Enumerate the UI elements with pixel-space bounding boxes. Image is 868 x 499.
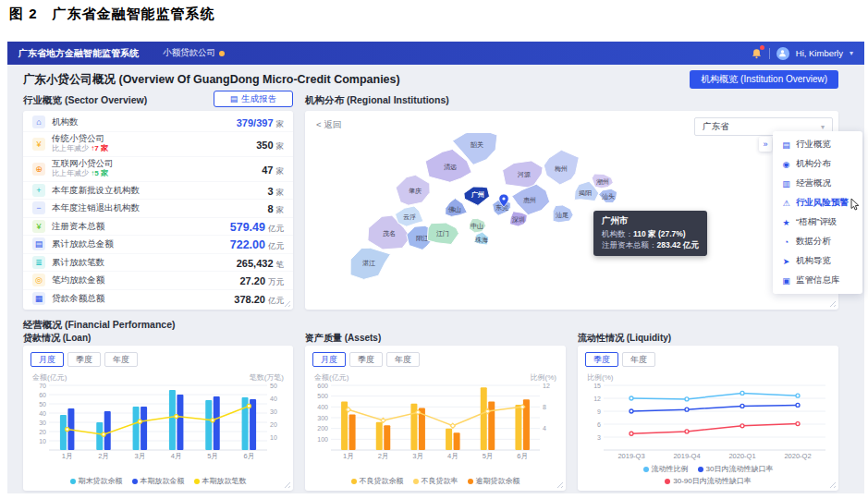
metric-value: 265,432笔: [237, 254, 284, 271]
flyout-menu-item[interactable]: ▥经营概况: [773, 174, 862, 193]
metric-note: 比上年减少 ↑7 家: [52, 145, 256, 153]
map-region-label: 深圳: [512, 216, 525, 224]
chevron-down-icon[interactable]: ▾: [850, 49, 853, 57]
svg-text:6月: 6月: [243, 452, 254, 460]
flyout-collapse-toggle[interactable]: »: [759, 137, 772, 152]
chart-tab[interactable]: 季度: [585, 352, 618, 367]
tooltip-line: 注册资本总额：283.42 亿元: [602, 240, 699, 251]
chart-tab[interactable]: 季度: [349, 352, 383, 367]
generate-report-button[interactable]: ▤ 生成报告: [214, 91, 293, 107]
map-region-label: 潮州: [596, 178, 609, 186]
metric-label: 累计放款总金额: [52, 239, 230, 249]
back-link[interactable]: < 返回: [316, 119, 341, 131]
metric-note: 比上年减少 ↑5 家: [52, 170, 262, 178]
svg-text:3月: 3月: [134, 452, 145, 460]
legend-item: 不良贷款余额: [351, 476, 404, 486]
metric-value: 579.49亿元: [230, 218, 284, 235]
metric-label: 互联网小贷公司: [52, 159, 262, 168]
legend-item: 30日内流动性缺口率: [698, 464, 774, 474]
menu-item-icon: ➤: [781, 257, 791, 266]
sector-metric-row: ≣累计放款笔数265,432笔: [23, 253, 293, 272]
svg-text:40: 40: [270, 396, 277, 402]
metric-label: 累计放款笔数: [52, 258, 237, 267]
svg-text:1月: 1月: [62, 452, 73, 460]
pin-icon: [219, 51, 225, 56]
menu-item-icon: ▤: [781, 140, 791, 150]
flyout-menu-item[interactable]: ➤机构导览: [773, 251, 862, 271]
top-navbar: 广东省地方金融智能监管系统 小额贷款公司 Hi, Kimberly ▾: [7, 42, 864, 65]
svg-text:200: 200: [317, 425, 328, 432]
metric-value: 378.20亿元: [234, 290, 284, 307]
svg-text:5月: 5月: [483, 452, 494, 460]
svg-text:300: 300: [317, 415, 328, 421]
map-region-label: 江门: [436, 230, 449, 237]
sector-metric-row: ¥传统小贷公司比上年减少 ↑7 家350家: [23, 131, 293, 156]
province-select-value: 广东省: [703, 121, 729, 133]
sector-metric-row: ◎笔均放款金额27.20万元: [23, 271, 293, 289]
svg-text:6: 6: [597, 421, 601, 428]
avatar[interactable]: [776, 47, 789, 60]
username[interactable]: Hi, Kimberly: [796, 48, 843, 58]
sector-overview-label: 行业概览 (Sector Overview): [23, 94, 147, 107]
sector-metric-row: ⌂机构数379/397家: [23, 113, 293, 131]
svg-text:30: 30: [39, 420, 46, 426]
svg-text:9: 9: [597, 408, 601, 415]
chart-tab[interactable]: 年度: [104, 352, 138, 367]
legend-item: 不良贷款率: [413, 476, 458, 486]
dashboard: 广东省地方金融智能监管系统 小额贷款公司 Hi, Kimberly ▾ 广东小贷…: [7, 42, 864, 493]
chart-tab[interactable]: 月度: [312, 352, 346, 367]
metric-label: 注册资本总额: [52, 222, 230, 231]
map-region-label: 韶关: [470, 140, 483, 149]
menu-item-label: 经营概况: [796, 177, 831, 189]
divider: [769, 48, 770, 59]
menu-item-icon: ◉: [781, 160, 791, 169]
document-icon: ▤: [230, 94, 238, 103]
loan-chart: 1020304050607010203040501月2月3月4月5月6月: [27, 382, 289, 461]
nav-tab-microcredit[interactable]: 小额贷款公司: [163, 47, 225, 59]
svg-text:2月: 2月: [378, 452, 389, 460]
assets-chart: 10020030040050060048121月2月3月4月5月6月: [309, 382, 562, 461]
chart-tab[interactable]: 年度: [622, 352, 655, 367]
tooltip-city: 广州市: [602, 215, 699, 227]
metric-icon: ¥: [32, 138, 45, 151]
svg-text:20: 20: [270, 421, 277, 428]
legend-dot-icon: [643, 467, 649, 472]
svg-text:12: 12: [543, 383, 550, 389]
financial-performance-label: 经营概况 (Financial Performance): [23, 319, 176, 332]
flyout-menu-item[interactable]: ⚠行业风险预警: [773, 193, 862, 213]
metric-icon: ≣: [32, 256, 45, 269]
map-region-label: 茂名: [383, 230, 396, 237]
flyout-menu: ▤行业概览◉机构分布▥经营概况⚠行业风险预警★“梧桐”评级◔数据分析➤机构导览▣…: [773, 131, 862, 294]
flyout-menu-item[interactable]: ▤行业概览: [773, 135, 862, 154]
svg-text:2020-Q1: 2020-Q1: [728, 452, 755, 460]
loan-chart-card: 月度季度年度 金额(亿元) 笔数(万笔) 1020304050607010203…: [23, 346, 293, 491]
map-region-label: 惠州: [523, 197, 536, 203]
metric-value: 47家: [262, 161, 284, 177]
legend-item: 本期放款金额: [132, 476, 185, 486]
chart-tab[interactable]: 年度: [386, 352, 420, 367]
chart-tab[interactable]: 月度: [31, 352, 64, 367]
menu-item-label: 机构分布: [796, 158, 831, 170]
svg-text:2020-Q2: 2020-Q2: [784, 452, 811, 460]
navbar-right: Hi, Kimberly ▾: [751, 47, 853, 60]
menu-item-icon: ◔: [781, 237, 791, 247]
institution-overview-button[interactable]: 机构概览 (Institution Overview): [690, 70, 838, 89]
metric-icon: ◎: [32, 274, 45, 286]
flyout-menu-item[interactable]: ◉机构分布: [773, 154, 862, 174]
flyout-menu-item[interactable]: ★“梧桐”评级: [773, 213, 862, 232]
svg-text:4月: 4月: [447, 452, 458, 460]
metric-icon: ▤: [32, 237, 45, 250]
legend-item: 本期放款笔数: [194, 476, 247, 486]
map-region-label: 广州: [471, 190, 484, 199]
svg-text:10: 10: [270, 434, 277, 441]
chart-tab[interactable]: 季度: [67, 352, 101, 367]
flyout-menu-item[interactable]: ▣监管信息库: [773, 271, 862, 290]
map-region-label: 云浮: [403, 213, 416, 221]
flyout-menu-item[interactable]: ◔数据分析: [773, 232, 862, 251]
map-region-label: 珠海: [475, 237, 488, 244]
legend-item: 逾期贷款余额: [468, 476, 520, 486]
legend-dot-icon: [194, 479, 200, 484]
page-title: 广东小贷公司概况 (Overview Of GuangDong Micro-Cr…: [23, 72, 400, 88]
svg-text:2月: 2月: [98, 452, 109, 460]
notification-bell-icon[interactable]: [751, 47, 763, 59]
